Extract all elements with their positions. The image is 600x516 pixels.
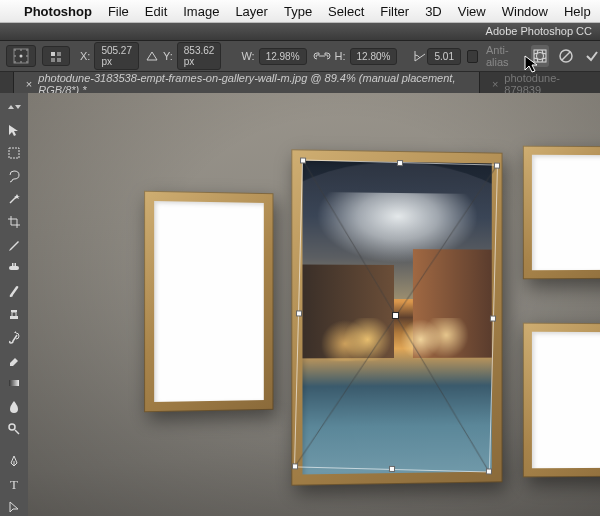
svg-rect-13 [57, 58, 61, 62]
blur-tool[interactable] [2, 395, 26, 417]
menu-image[interactable]: Image [183, 4, 219, 19]
h-value[interactable]: 12.80% [350, 48, 398, 65]
svg-point-4 [26, 49, 28, 51]
menu-edit[interactable]: Edit [145, 4, 167, 19]
svg-rect-18 [9, 148, 19, 158]
close-tab-icon[interactable]: × [492, 78, 498, 90]
document-canvas[interactable] [28, 93, 600, 516]
app-titlebar: Adobe Photoshop CC [0, 23, 600, 41]
menu-help[interactable]: Help [564, 4, 591, 19]
anti-alias-label: Anti-alias [486, 44, 523, 68]
anti-alias-checkbox[interactable] [467, 50, 478, 63]
menu-layer[interactable]: Layer [235, 4, 268, 19]
rotation-value[interactable]: 5.01 [427, 48, 460, 65]
dodge-tool[interactable] [2, 418, 26, 440]
y-label: Y: [163, 50, 173, 62]
svg-rect-15 [534, 50, 546, 62]
svg-rect-10 [51, 52, 55, 56]
w-label: W: [241, 50, 254, 62]
close-tab-icon[interactable]: × [26, 78, 32, 90]
w-value[interactable]: 12.98% [259, 48, 307, 65]
transform-handle-b[interactable] [389, 466, 395, 472]
cancel-transform-button[interactable] [557, 45, 575, 67]
path-selection-tool[interactable] [2, 496, 26, 516]
svg-line-17 [562, 52, 570, 60]
menu-view[interactable]: View [458, 4, 486, 19]
svg-text:T: T [10, 477, 18, 491]
menu-file[interactable]: File [108, 4, 129, 19]
svg-point-7 [14, 61, 16, 63]
svg-rect-11 [57, 52, 61, 56]
options-bar: X: 505.27 px Y: 853.62 px W: 12.98% H: 1… [0, 41, 600, 72]
svg-rect-22 [15, 263, 17, 266]
svg-point-6 [26, 55, 28, 57]
crop-tool[interactable] [2, 211, 26, 233]
svg-point-5 [14, 55, 16, 57]
menu-filter[interactable]: Filter [380, 4, 409, 19]
menu-photoshop[interactable]: Photoshop [24, 4, 92, 19]
eraser-tool[interactable] [2, 349, 26, 371]
transform-anchor[interactable] [391, 311, 400, 320]
eyedropper-tool[interactable] [2, 234, 26, 256]
svg-point-3 [20, 49, 22, 51]
svg-rect-12 [51, 58, 55, 62]
pen-tool[interactable] [2, 450, 26, 472]
svg-rect-23 [10, 316, 18, 319]
healing-brush-tool[interactable] [2, 257, 26, 279]
svg-line-19 [10, 196, 17, 203]
move-tool[interactable] [2, 119, 26, 141]
app-title: Adobe Photoshop CC [486, 25, 592, 37]
transform-handle-bl[interactable] [292, 463, 298, 469]
marquee-tool[interactable] [2, 142, 26, 164]
mac-menubar: Photoshop File Edit Image Layer Type Sel… [0, 0, 600, 23]
warp-mode-button[interactable] [531, 45, 549, 67]
x-value[interactable]: 505.27 px [94, 42, 139, 70]
menu-select[interactable]: Select [328, 4, 364, 19]
gradient-tool[interactable] [2, 372, 26, 394]
transform-bounding-box[interactable] [294, 159, 498, 472]
svg-rect-20 [9, 266, 19, 270]
clone-stamp-tool[interactable] [2, 303, 26, 325]
svg-point-2 [14, 49, 16, 51]
type-tool[interactable]: T [2, 473, 26, 495]
transform-handle-l[interactable] [296, 310, 302, 316]
svg-point-9 [26, 61, 28, 63]
svg-point-1 [20, 55, 23, 58]
y-value[interactable]: 853.62 px [177, 42, 222, 70]
svg-point-26 [9, 424, 15, 430]
history-brush-tool[interactable] [2, 326, 26, 348]
transform-handle-tr[interactable] [494, 163, 500, 169]
x-label: X: [80, 50, 90, 62]
menu-3d[interactable]: 3D [425, 4, 442, 19]
tool-panel: T [0, 93, 29, 516]
svg-rect-21 [12, 263, 14, 266]
delta-icon [145, 50, 159, 62]
magic-wand-tool[interactable] [2, 188, 26, 210]
svg-rect-24 [11, 310, 17, 312]
transform-handle-tl[interactable] [300, 157, 306, 163]
transform-handle-t[interactable] [397, 160, 403, 166]
svg-line-27 [15, 430, 19, 434]
gallery-frame-top-right [523, 146, 600, 280]
reference-point-toggle[interactable] [42, 46, 70, 66]
gallery-frame-bottom-right [523, 323, 600, 478]
angle-icon [413, 49, 427, 63]
h-label: H: [335, 50, 346, 62]
lasso-tool[interactable] [2, 165, 26, 187]
transform-handle-r[interactable] [490, 315, 496, 321]
menu-type[interactable]: Type [284, 4, 312, 19]
tab-toggle[interactable] [2, 96, 26, 118]
commit-transform-button[interactable] [583, 45, 600, 67]
svg-point-8 [20, 61, 22, 63]
gallery-frame-left [144, 191, 273, 413]
transform-handle-br[interactable] [486, 468, 492, 474]
transform-origin-widget[interactable] [6, 45, 36, 67]
svg-rect-25 [9, 380, 19, 386]
menu-window[interactable]: Window [502, 4, 548, 19]
brush-tool[interactable] [2, 280, 26, 302]
link-icon[interactable] [313, 50, 331, 62]
